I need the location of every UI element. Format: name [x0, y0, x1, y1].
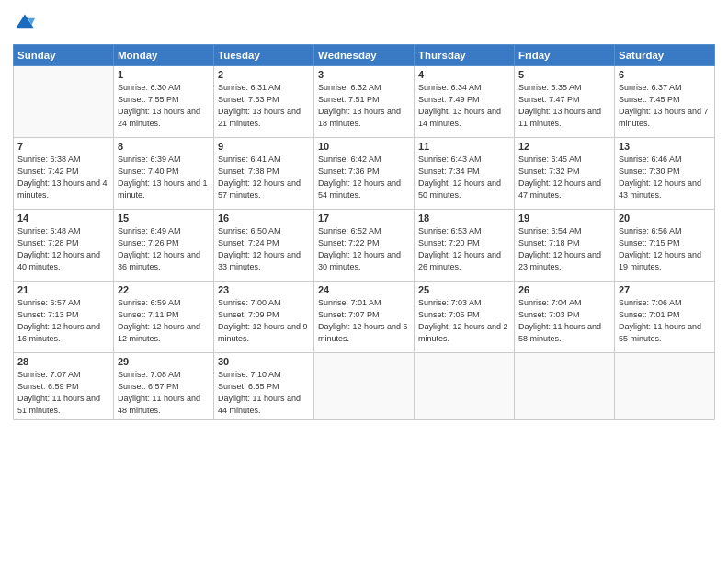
day-number: 15: [118, 213, 210, 224]
day-number: 10: [318, 141, 410, 152]
day-info: Sunrise: 7:03 AMSunset: 7:05 PMDaylight:…: [418, 297, 510, 345]
day-number: 25: [418, 284, 510, 295]
weekday-header: Thursday: [415, 45, 515, 66]
day-info: Sunrise: 7:00 AMSunset: 7:09 PMDaylight:…: [218, 297, 310, 345]
day-info: Sunrise: 7:01 AMSunset: 7:07 PMDaylight:…: [318, 297, 410, 345]
day-info: Sunrise: 6:34 AMSunset: 7:49 PMDaylight:…: [418, 82, 510, 130]
calendar-cell: 1Sunrise: 6:30 AMSunset: 7:55 PMDaylight…: [114, 66, 214, 138]
calendar-cell: 5Sunrise: 6:35 AMSunset: 7:47 PMDaylight…: [515, 66, 615, 138]
calendar-cell: 2Sunrise: 6:31 AMSunset: 7:53 PMDaylight…: [214, 66, 314, 138]
day-info: Sunrise: 7:04 AMSunset: 7:03 PMDaylight:…: [518, 297, 610, 345]
day-number: 29: [118, 356, 210, 367]
calendar-week-row: 28Sunrise: 7:07 AMSunset: 6:59 PMDayligh…: [14, 353, 715, 420]
calendar-cell: [14, 66, 114, 138]
day-info: Sunrise: 7:07 AMSunset: 6:59 PMDaylight:…: [17, 369, 109, 417]
day-info: Sunrise: 6:38 AMSunset: 7:42 PMDaylight:…: [17, 154, 109, 201]
weekday-header: Friday: [515, 45, 615, 66]
weekday-header: Monday: [114, 45, 214, 66]
calendar-cell: 3Sunrise: 6:32 AMSunset: 7:51 PMDaylight…: [314, 66, 415, 138]
calendar-cell: 30Sunrise: 7:10 AMSunset: 6:55 PMDayligh…: [214, 353, 314, 420]
weekday-header: Sunday: [14, 45, 114, 66]
day-info: Sunrise: 6:43 AMSunset: 7:34 PMDaylight:…: [418, 154, 510, 201]
calendar-cell: 16Sunrise: 6:50 AMSunset: 7:24 PMDayligh…: [214, 210, 314, 282]
day-info: Sunrise: 7:08 AMSunset: 6:57 PMDaylight:…: [118, 369, 210, 417]
day-number: 9: [218, 141, 310, 152]
calendar-cell: 26Sunrise: 7:04 AMSunset: 7:03 PMDayligh…: [515, 282, 615, 353]
calendar-cell: 12Sunrise: 6:45 AMSunset: 7:32 PMDayligh…: [515, 138, 615, 210]
day-info: Sunrise: 6:48 AMSunset: 7:28 PMDaylight:…: [17, 225, 109, 273]
day-number: 14: [17, 213, 109, 224]
day-info: Sunrise: 6:37 AMSunset: 7:45 PMDaylight:…: [619, 82, 711, 130]
day-info: Sunrise: 6:30 AMSunset: 7:55 PMDaylight:…: [118, 82, 210, 130]
calendar-table: SundayMondayTuesdayWednesdayThursdayFrid…: [13, 44, 715, 420]
calendar-cell: 28Sunrise: 7:07 AMSunset: 6:59 PMDayligh…: [14, 353, 114, 420]
day-info: Sunrise: 7:10 AMSunset: 6:55 PMDaylight:…: [218, 369, 310, 417]
day-info: Sunrise: 6:42 AMSunset: 7:36 PMDaylight:…: [318, 154, 410, 201]
calendar-cell: 8Sunrise: 6:39 AMSunset: 7:40 PMDaylight…: [114, 138, 214, 210]
day-info: Sunrise: 6:32 AMSunset: 7:51 PMDaylight:…: [318, 82, 410, 130]
day-number: 12: [518, 141, 610, 152]
day-info: Sunrise: 6:45 AMSunset: 7:32 PMDaylight:…: [518, 154, 610, 201]
day-number: 8: [118, 141, 210, 152]
day-number: 27: [619, 284, 711, 295]
day-info: Sunrise: 6:49 AMSunset: 7:26 PMDaylight:…: [118, 225, 210, 273]
day-number: 22: [118, 284, 210, 295]
calendar-cell: [515, 353, 615, 420]
logo-icon: [15, 13, 35, 33]
calendar-cell: 13Sunrise: 6:46 AMSunset: 7:30 PMDayligh…: [615, 138, 715, 210]
day-info: Sunrise: 6:59 AMSunset: 7:11 PMDaylight:…: [118, 297, 210, 345]
day-number: 20: [619, 213, 711, 224]
day-number: 18: [418, 213, 510, 224]
calendar-cell: 18Sunrise: 6:53 AMSunset: 7:20 PMDayligh…: [415, 210, 515, 282]
day-number: 17: [318, 213, 410, 224]
calendar-cell: 20Sunrise: 6:56 AMSunset: 7:15 PMDayligh…: [615, 210, 715, 282]
header: [13, 9, 715, 37]
day-number: 11: [418, 141, 510, 152]
day-info: Sunrise: 6:46 AMSunset: 7:30 PMDaylight:…: [619, 154, 711, 201]
day-info: Sunrise: 6:31 AMSunset: 7:53 PMDaylight:…: [218, 82, 310, 130]
day-info: Sunrise: 7:06 AMSunset: 7:01 PMDaylight:…: [619, 297, 711, 345]
calendar-cell: 21Sunrise: 6:57 AMSunset: 7:13 PMDayligh…: [14, 282, 114, 353]
day-number: 21: [17, 284, 109, 295]
calendar-cell: 19Sunrise: 6:54 AMSunset: 7:18 PMDayligh…: [515, 210, 615, 282]
day-info: Sunrise: 6:41 AMSunset: 7:38 PMDaylight:…: [218, 154, 310, 201]
day-number: 30: [218, 356, 310, 367]
calendar-cell: 7Sunrise: 6:38 AMSunset: 7:42 PMDaylight…: [14, 138, 114, 210]
day-number: 28: [17, 356, 109, 367]
day-number: 16: [218, 213, 310, 224]
header-row: SundayMondayTuesdayWednesdayThursdayFrid…: [14, 45, 715, 66]
calendar-cell: [314, 353, 415, 420]
day-info: Sunrise: 6:56 AMSunset: 7:15 PMDaylight:…: [619, 225, 711, 273]
logo: [13, 13, 35, 37]
day-number: 2: [218, 69, 310, 80]
calendar-cell: 9Sunrise: 6:41 AMSunset: 7:38 PMDaylight…: [214, 138, 314, 210]
calendar-cell: 11Sunrise: 6:43 AMSunset: 7:34 PMDayligh…: [415, 138, 515, 210]
day-number: 23: [218, 284, 310, 295]
day-number: 26: [518, 284, 610, 295]
calendar-cell: 14Sunrise: 6:48 AMSunset: 7:28 PMDayligh…: [14, 210, 114, 282]
calendar-cell: 22Sunrise: 6:59 AMSunset: 7:11 PMDayligh…: [114, 282, 214, 353]
day-info: Sunrise: 6:54 AMSunset: 7:18 PMDaylight:…: [518, 225, 610, 273]
calendar-cell: 23Sunrise: 7:00 AMSunset: 7:09 PMDayligh…: [214, 282, 314, 353]
day-number: 24: [318, 284, 410, 295]
calendar-cell: [415, 353, 515, 420]
page: SundayMondayTuesdayWednesdayThursdayFrid…: [0, 0, 728, 563]
calendar-cell: 27Sunrise: 7:06 AMSunset: 7:01 PMDayligh…: [615, 282, 715, 353]
calendar-cell: 15Sunrise: 6:49 AMSunset: 7:26 PMDayligh…: [114, 210, 214, 282]
day-number: 1: [118, 69, 210, 80]
weekday-header: Saturday: [615, 45, 715, 66]
day-info: Sunrise: 6:53 AMSunset: 7:20 PMDaylight:…: [418, 225, 510, 273]
calendar-cell: 6Sunrise: 6:37 AMSunset: 7:45 PMDaylight…: [615, 66, 715, 138]
day-info: Sunrise: 6:57 AMSunset: 7:13 PMDaylight:…: [17, 297, 109, 345]
day-number: 19: [518, 213, 610, 224]
day-info: Sunrise: 6:50 AMSunset: 7:24 PMDaylight:…: [218, 225, 310, 273]
calendar-cell: [615, 353, 715, 420]
calendar-week-row: 14Sunrise: 6:48 AMSunset: 7:28 PMDayligh…: [14, 210, 715, 282]
weekday-header: Wednesday: [314, 45, 415, 66]
day-number: 13: [619, 141, 711, 152]
calendar-week-row: 1Sunrise: 6:30 AMSunset: 7:55 PMDaylight…: [14, 66, 715, 138]
day-number: 5: [518, 69, 610, 80]
day-number: 6: [619, 69, 711, 80]
calendar-cell: 4Sunrise: 6:34 AMSunset: 7:49 PMDaylight…: [415, 66, 515, 138]
calendar-cell: 24Sunrise: 7:01 AMSunset: 7:07 PMDayligh…: [314, 282, 415, 353]
